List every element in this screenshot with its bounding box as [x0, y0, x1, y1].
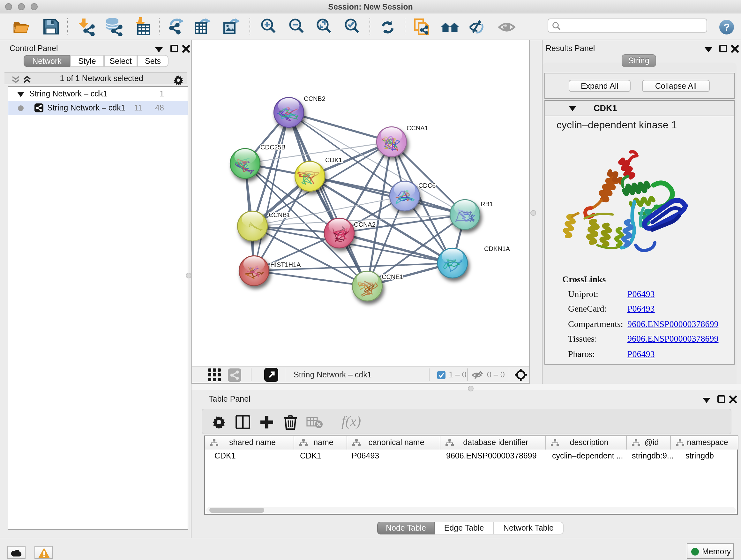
svg-text:RB1: RB1 [481, 200, 493, 207]
svg-text:CDKN1A: CDKN1A [484, 245, 510, 252]
svg-text:CDC25B: CDC25B [260, 144, 286, 151]
svg-text:CDC6: CDC6 [418, 182, 435, 189]
svg-text:CDK1: CDK1 [325, 157, 342, 164]
svg-text:CCNB2: CCNB2 [304, 95, 326, 102]
svg-text:CCNE1: CCNE1 [382, 273, 403, 280]
svg-text:CCNA1: CCNA1 [407, 125, 428, 132]
svg-text:CCNA2: CCNA2 [354, 221, 376, 228]
svg-text:HIST1H1A: HIST1H1A [270, 261, 301, 268]
svg-text:?: ? [724, 21, 730, 33]
svg-text:CCNB1: CCNB1 [269, 211, 290, 219]
